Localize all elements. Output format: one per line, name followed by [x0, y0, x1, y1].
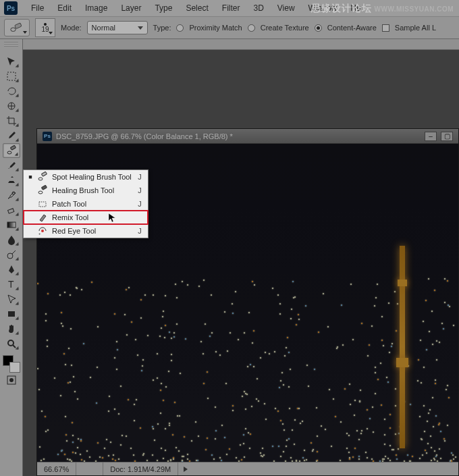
svg-point-12	[8, 340, 14, 346]
minimize-button[interactable]: –	[425, 132, 437, 141]
pen-tool[interactable]	[3, 262, 20, 277]
type-label: Type:	[153, 24, 171, 32]
status-spacer	[76, 462, 103, 475]
gradient-tool[interactable]	[3, 217, 20, 232]
svg-rect-2	[7, 72, 16, 80]
color-swatches[interactable]	[3, 355, 20, 373]
lasso-tool[interactable]	[3, 84, 20, 99]
svg-rect-16	[41, 171, 47, 176]
flyout-shortcut: J	[136, 227, 144, 235]
crop-tool[interactable]	[3, 113, 20, 128]
quick-select-tool[interactable]	[3, 99, 20, 113]
history-brush-tool[interactable]	[3, 188, 20, 203]
svg-point-14	[9, 378, 14, 382]
doc-info[interactable]: Doc: 1.91M/4.29M	[103, 462, 178, 475]
doc-icon: Ps	[43, 132, 52, 141]
toolbox: T	[0, 39, 23, 476]
menu-view[interactable]: View	[271, 3, 302, 13]
mode-value: Normal	[92, 24, 115, 32]
document-title: DSC_8759.JPG @ 66.7% (Color Balance 1, R…	[56, 132, 233, 140]
svg-text:+: +	[38, 232, 41, 236]
flyout-item-red-eye-tool[interactable]: +Red Eye ToolJ	[24, 224, 148, 238]
maximize-button[interactable]: ▢	[441, 132, 453, 141]
flyout-item-spot-healing-brush-tool[interactable]: ■Spot Healing Brush ToolJ	[24, 170, 148, 184]
move-tool[interactable]	[3, 54, 20, 69]
flyout-item-remix-tool[interactable]: Remix Tool	[24, 211, 148, 224]
svg-rect-5	[10, 145, 16, 150]
mode-select[interactable]: Normal	[87, 21, 148, 34]
flyout-label: Patch Tool	[52, 200, 132, 208]
hand-tool[interactable]	[3, 321, 20, 336]
svg-rect-18	[41, 185, 47, 190]
svg-rect-7	[7, 209, 14, 213]
mode-label: Mode:	[61, 24, 82, 32]
flyout-item-healing-brush-tool[interactable]: Healing Brush ToolJ	[24, 184, 148, 197]
flyout-shortcut: J	[136, 186, 144, 194]
zoom-tool[interactable]	[3, 336, 20, 351]
brush-size-picker[interactable]: 19	[35, 18, 55, 37]
status-play-icon[interactable]	[184, 467, 188, 472]
svg-point-9	[7, 253, 13, 259]
quick-mask-toggle[interactable]	[3, 373, 20, 388]
tool-icon: +	[37, 226, 48, 236]
flyout-label: Red Eye Tool	[52, 227, 132, 235]
dodge-tool[interactable]	[3, 247, 20, 262]
path-select-tool[interactable]	[3, 292, 20, 307]
menu-3d[interactable]: 3D	[246, 3, 270, 13]
svg-rect-1	[15, 23, 22, 29]
svg-rect-19	[39, 202, 46, 207]
menu-file[interactable]: File	[24, 3, 51, 13]
svg-point-20	[41, 230, 44, 232]
radio-content-aware[interactable]: Content-Aware	[315, 24, 377, 32]
spot-healing-tool[interactable]	[3, 143, 20, 158]
menu-edit[interactable]: Edit	[51, 3, 78, 13]
menu-select[interactable]: Select	[179, 3, 215, 13]
flyout-shortcut: J	[136, 173, 144, 181]
eraser-tool[interactable]	[3, 203, 20, 217]
menu-type[interactable]: Type	[148, 3, 179, 13]
blur-tool[interactable]	[3, 232, 20, 247]
menu-help[interactable]: He	[344, 3, 367, 13]
marquee-tool[interactable]	[3, 69, 20, 84]
current-marker: ■	[28, 174, 33, 180]
menu-filter[interactable]: Filter	[215, 3, 247, 13]
tool-icon	[37, 199, 48, 209]
brush-tool[interactable]	[3, 158, 20, 173]
tool-icon	[37, 185, 48, 196]
flyout-item-patch-tool[interactable]: Patch ToolJ	[24, 197, 148, 211]
options-bar: 19 Mode: Normal Type: Proximity Match Cr…	[0, 16, 459, 39]
flyout-label: Healing Brush Tool	[52, 186, 132, 194]
svg-rect-11	[8, 311, 15, 317]
menu-image[interactable]: Image	[78, 3, 114, 13]
toolbox-grip[interactable]	[4, 42, 18, 47]
menu-layer[interactable]: Layer	[114, 3, 148, 13]
menu-window[interactable]: Window	[302, 3, 344, 13]
svg-text:T: T	[8, 279, 14, 290]
radio-texture[interactable]: Create Texture	[248, 24, 309, 32]
tool-preset-picker[interactable]	[4, 19, 30, 36]
check-sample-all[interactable]: Sample All L	[382, 24, 436, 32]
flyout-shortcut: J	[136, 200, 144, 208]
svg-point-4	[7, 151, 11, 154]
clone-stamp-tool[interactable]	[3, 173, 20, 188]
ruler-horizontal	[23, 39, 459, 50]
svg-rect-8	[7, 222, 16, 228]
svg-point-0	[11, 28, 16, 32]
radio-proximity[interactable]: Proximity Match	[176, 24, 242, 32]
zoom-level[interactable]: 66.67%	[37, 462, 76, 475]
flyout-label: Spot Healing Brush Tool	[52, 173, 132, 181]
tower-graphic	[394, 246, 411, 448]
rectangle-tool[interactable]	[3, 307, 20, 321]
tool-icon	[37, 212, 48, 223]
flyout-label: Remix Tool	[52, 213, 132, 221]
svg-point-15	[38, 178, 43, 180]
workspace: Ps DSC_8759.JPG @ 66.7% (Color Balance 1…	[23, 39, 459, 476]
document-titlebar[interactable]: Ps DSC_8759.JPG @ 66.7% (Color Balance 1…	[37, 129, 458, 144]
healing-tool-flyout: ■Spot Healing Brush ToolJHealing Brush T…	[23, 169, 148, 238]
svg-point-17	[38, 191, 43, 194]
eyedropper-tool[interactable]	[3, 128, 20, 143]
app-logo: Ps	[4, 1, 18, 15]
type-tool[interactable]: T	[3, 277, 20, 292]
brush-size-value: 19	[41, 26, 49, 33]
status-bar: 66.67% Doc: 1.91M/4.29M	[37, 462, 458, 475]
